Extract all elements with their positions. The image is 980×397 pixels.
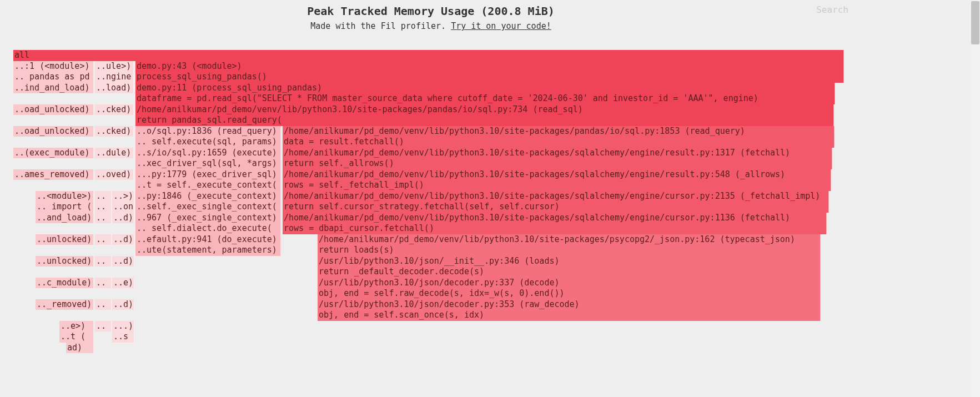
flame-frame[interactable]: .._removed) xyxy=(36,299,94,310)
flame-frame[interactable]: data = result.fetchall() xyxy=(283,137,835,148)
flame-frame[interactable]: /home/anilkumar/pd_demo/venv/lib/python3… xyxy=(135,104,834,115)
flame-frame[interactable]: ..s/io/sql.py:1659 (execute) xyxy=(135,148,281,159)
flame-frame[interactable]: .. self.dialect.do_execute( xyxy=(135,223,281,234)
flame-frame[interactable]: ..ute(statement, parameters) xyxy=(135,245,281,256)
flame-frame[interactable]: dataframe = pd.read_sql("SELECT * FROM m… xyxy=(135,93,835,104)
flame-frame[interactable]: ..dule) xyxy=(95,148,134,159)
flame-frame[interactable]: ..ngine xyxy=(95,72,134,83)
scrollbar-track[interactable] xyxy=(971,0,980,397)
flame-frame[interactable]: ..on xyxy=(112,202,134,213)
flame-frame[interactable]: .. xyxy=(95,278,112,289)
flame-frame[interactable]: .. self.execute(sql, params) xyxy=(135,137,281,148)
flame-frame[interactable]: ..oved) xyxy=(95,169,134,180)
try-it-link[interactable]: Try it on your code! xyxy=(451,21,551,31)
flame-frame[interactable]: demo.py:11 (process_sql_using_pandas) xyxy=(135,83,835,94)
flame-frame[interactable]: ..c_module) xyxy=(36,278,94,289)
flame-frame[interactable]: ..>) xyxy=(112,191,134,202)
flame-frame[interactable]: .. xyxy=(95,202,112,213)
flame-row: ..t = self._execute_context( rows = self… xyxy=(13,180,844,191)
flame-frame[interactable]: ...) xyxy=(112,321,134,332)
flame-frame[interactable]: ..d) xyxy=(112,234,134,245)
flame-frame[interactable]: ..ule>) xyxy=(95,61,134,72)
flame-frame[interactable]: ..cked) xyxy=(95,126,134,137)
flame-row: ..(exec_module)..dule)..s/io/sql.py:1659… xyxy=(13,148,844,159)
flame-frame[interactable]: /usr/lib/python3.10/json/decoder.py:353 … xyxy=(318,299,821,310)
flame-frame[interactable]: ..d) xyxy=(112,213,134,224)
flame-row: ..and_load)....d)..967 (_exec_single_con… xyxy=(13,213,844,224)
flame-frame[interactable]: rows = self._fetchall_impl() xyxy=(283,180,831,191)
flame-frame[interactable]: ..o/sql.py:1836 (read_query) xyxy=(135,126,281,137)
flame-frame[interactable]: ..xec_driver_sql(sql, *args) xyxy=(135,158,281,169)
flame-frame[interactable]: .. xyxy=(95,213,112,224)
flame-frame[interactable]: ..py:1846 (_execute_context) xyxy=(135,191,281,202)
flame-frame[interactable]: ..efault.py:941 (do_execute) xyxy=(135,234,281,245)
header: Peak Tracked Memory Usage (200.8 MiB) Ma… xyxy=(0,0,862,31)
flame-row: ..<module>)....>)..py:1846 (_execute_con… xyxy=(13,191,844,202)
flame-frame[interactable]: .. xyxy=(95,256,112,267)
flame-frame[interactable]: all xyxy=(13,50,844,61)
flame-frame[interactable]: return loads(s) xyxy=(318,245,821,256)
flame-frame[interactable]: ..oad_unlocked) xyxy=(13,104,94,115)
flame-frame[interactable]: return _default_decoder.decode(s) xyxy=(318,267,821,278)
flame-row: .. pandas as pd..ngine process_sql_using… xyxy=(13,72,844,83)
flame-frame[interactable]: .. xyxy=(95,191,112,202)
subtitle: Made with the Fil profiler. Try it on yo… xyxy=(0,21,862,31)
flame-frame[interactable]: return pandas_sql.read_query( xyxy=(135,115,834,126)
flame-frame[interactable]: ..e) xyxy=(112,278,134,289)
flame-frame[interactable]: /home/anilkumar/pd_demo/venv/lib/python3… xyxy=(318,234,821,245)
flame-frame[interactable]: ..self._exec_single_context( xyxy=(135,202,281,213)
flame-frame[interactable]: .. pandas as pd xyxy=(13,72,94,83)
flame-frame[interactable]: ..:1 (<module>) xyxy=(13,61,94,72)
flame-frame[interactable]: .. import ( xyxy=(36,202,94,213)
flame-frame[interactable]: ..t = self._execute_context( xyxy=(135,180,281,191)
flame-frame[interactable]: ...py:1779 (exec_driver_sql) xyxy=(135,169,281,180)
flame-frame[interactable]: demo.py:43 (<module>) xyxy=(135,61,844,72)
flame-frame[interactable]: obj, end = self.raw_decode(s, idx=_w(s, … xyxy=(318,288,821,299)
flame-frame[interactable]: /usr/lib/python3.10/json/decoder.py:337 … xyxy=(318,278,821,289)
flame-frame[interactable]: ad) xyxy=(66,343,94,354)
flame-row: return pandas_sql.read_query( xyxy=(13,115,844,126)
flame-row: ..ute(statement, parameters) return load… xyxy=(13,245,844,256)
flame-row: ..unlocked)....d)/usr/lib/python3.10/jso… xyxy=(13,256,844,267)
flame-row: .. self.dialect.do_execute( rows = dbapi… xyxy=(13,223,844,234)
flame-frame[interactable]: ..oad_unlocked) xyxy=(13,126,94,137)
flame-frame[interactable]: return self.cursor_strategy.fetchall(sel… xyxy=(283,202,829,213)
flame-frame[interactable]: obj, end = self.scan_once(s, idx) xyxy=(318,310,821,321)
subtitle-text: Made with the Fil profiler. xyxy=(310,21,451,31)
flame-frame[interactable]: ..s xyxy=(112,331,134,343)
flame-frame[interactable]: /home/anilkumar/pd_demo/venv/lib/python3… xyxy=(283,126,835,137)
flame-frame[interactable]: ..d) xyxy=(112,256,134,267)
flame-frame[interactable]: .. xyxy=(95,234,112,245)
flame-frame[interactable]: ..ames_removed) xyxy=(13,169,94,180)
flame-row: ..ames_removed)..oved)...py:1779 (exec_d… xyxy=(13,169,844,180)
flame-frame[interactable]: .. xyxy=(95,321,112,332)
flame-frame[interactable]: ..load) xyxy=(95,83,134,94)
flame-row: .. self.execute(sql, params) data = resu… xyxy=(13,137,844,148)
flame-frame[interactable]: /home/anilkumar/pd_demo/venv/lib/python3… xyxy=(283,213,827,224)
search-input[interactable]: Search xyxy=(816,4,848,15)
flame-frame[interactable]: ..e>) xyxy=(59,321,94,332)
flame-frame[interactable]: ..and_load) xyxy=(36,213,94,224)
flame-frame[interactable]: /home/anilkumar/pd_demo/venv/lib/python3… xyxy=(283,148,832,159)
flame-frame[interactable]: rows = dbapi_cursor.fetchall() xyxy=(283,223,827,234)
flame-frame[interactable]: return self._allrows() xyxy=(283,158,832,169)
flame-frame[interactable]: ..unlocked) xyxy=(36,234,94,245)
flame-frame[interactable]: ..(exec_module) xyxy=(13,148,94,159)
flame-frame[interactable]: /home/anilkumar/pd_demo/venv/lib/python3… xyxy=(283,169,831,180)
flame-row: .._removed)....d)/usr/lib/python3.10/jso… xyxy=(13,299,844,310)
flame-frame[interactable]: /usr/lib/python3.10/json/__init__.py:346… xyxy=(318,256,821,267)
flame-frame[interactable]: .. xyxy=(95,299,112,310)
flame-frame[interactable]: ..<module>) xyxy=(36,191,94,202)
flame-frame[interactable]: process_sql_using_pandas() xyxy=(135,72,844,83)
flame-row: ..ind_and_load)..load)demo.py:11 (proces… xyxy=(13,83,844,94)
flame-frame[interactable]: ..ind_and_load) xyxy=(13,83,94,94)
flame-frame[interactable]: ..unlocked) xyxy=(36,256,94,267)
flame-frame[interactable]: ..967 (_exec_single_context) xyxy=(135,213,281,224)
scrollbar-thumb[interactable] xyxy=(971,1,979,44)
flame-frame[interactable]: ..t ( xyxy=(59,331,94,343)
flame-frame[interactable]: ..d) xyxy=(112,299,134,310)
flame-graph[interactable]: all..:1 (<module>)..ule>)demo.py:43 (<mo… xyxy=(13,50,844,353)
flame-frame[interactable]: /home/anilkumar/pd_demo/venv/lib/python3… xyxy=(283,191,829,202)
flame-frame[interactable]: ..cked) xyxy=(95,104,134,115)
flame-row: ..oad_unlocked)..cked)/home/anilkumar/pd… xyxy=(13,104,844,115)
